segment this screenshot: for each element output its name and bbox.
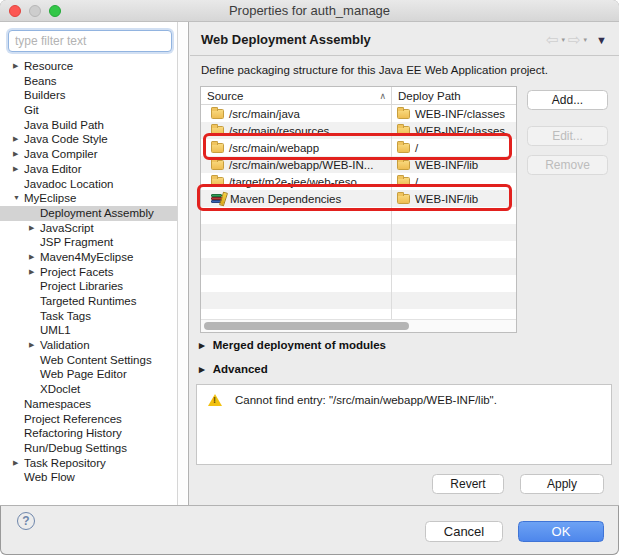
sidebar-item-project-libraries[interactable]: Project Libraries [0, 279, 178, 294]
view-menu-icon[interactable]: ▼ [596, 34, 607, 46]
source-cell[interactable]: /src/main/java [201, 105, 391, 122]
collapsed-arrow-icon[interactable]: ▶ [13, 59, 18, 74]
forward-dropdown-icon[interactable]: ▾ [584, 36, 588, 44]
collapsed-arrow-icon[interactable]: ▶ [29, 265, 34, 280]
sidebar-item-validation[interactable]: ▶Validation [0, 338, 178, 353]
sidebar-item-maven4myeclipse[interactable]: ▶Maven4MyEclipse [0, 250, 178, 265]
sidebar-item-java-editor[interactable]: ▶Java Editor [0, 162, 178, 177]
add-button[interactable]: Add... [527, 90, 608, 110]
page-title: Web Deployment Assembly [201, 32, 371, 47]
apply-button[interactable]: Apply [520, 474, 604, 494]
sidebar-item-refactoring-history[interactable]: Refactoring History [0, 426, 178, 441]
sidebar-item-label: JSP Fragment [40, 235, 113, 250]
horizontal-scrollbar[interactable] [201, 319, 516, 332]
column-header-source[interactable]: Source ∧ [201, 87, 391, 104]
chevron-right-icon: ▶ [199, 341, 205, 350]
empty-table-row [201, 224, 516, 241]
header-separator [190, 55, 619, 56]
sidebar-item-resource[interactable]: ▶Resource [0, 59, 178, 74]
sidebar-item-java-compiler[interactable]: ▶Java Compiler [0, 147, 178, 162]
empty-table-row [201, 241, 516, 258]
sidebar-item-label: Project Libraries [40, 279, 123, 294]
sidebar-item-label: Run/Debug Settings [24, 441, 127, 456]
sidebar-item-label: Web Content Settings [40, 353, 152, 368]
empty-table-row [201, 275, 516, 292]
sidebar-item-label: Git [24, 103, 39, 118]
collapsed-arrow-icon[interactable]: ▶ [13, 132, 18, 147]
ok-button[interactable]: OK [518, 521, 604, 542]
help-button[interactable]: ? [17, 512, 35, 530]
sidebar-item-java-build-path[interactable]: Java Build Path [0, 118, 178, 133]
source-value: /src/main/java [229, 108, 300, 120]
sidebar-item-label: Java Compiler [24, 147, 98, 162]
collapsed-arrow-icon[interactable]: ▶ [29, 221, 34, 236]
sidebar-item-label: JavaScript [40, 221, 94, 236]
sidebar-item-label: Web Flow [24, 470, 75, 485]
column-header-deploy-path[interactable]: Deploy Path [391, 87, 516, 104]
empty-table-row [201, 292, 516, 309]
sidebar-item-javadoc-location[interactable]: Javadoc Location [0, 177, 178, 192]
cancel-button[interactable]: Cancel [425, 521, 503, 542]
sidebar-item-builders[interactable]: Builders [0, 88, 178, 103]
edit-button: Edit... [527, 126, 608, 146]
expanded-arrow-icon[interactable]: ▼ [13, 191, 20, 206]
sidebar-item-beans[interactable]: Beans [0, 74, 178, 89]
sidebar-item-project-references[interactable]: Project References [0, 412, 178, 427]
remove-button: Remove [527, 155, 608, 175]
sidebar-item-xdoclet[interactable]: XDoclet [0, 382, 178, 397]
sidebar-item-label: Builders [24, 88, 66, 103]
sidebar-item-namespaces[interactable]: Namespaces [0, 397, 178, 412]
forward-arrow-icon[interactable]: ⇨ [568, 33, 581, 47]
filter-input[interactable] [8, 30, 172, 52]
section-merged-deployment[interactable]: ▶Merged deployment of modules [199, 339, 386, 351]
sidebar-item-targeted-runtimes[interactable]: Targeted Runtimes [0, 294, 178, 309]
sidebar-item-task-repository[interactable]: ▶Task Repository [0, 456, 178, 471]
sidebar-item-label: Java Editor [24, 162, 82, 177]
sidebar-item-label: Refactoring History [24, 426, 122, 441]
section-advanced[interactable]: ▶Advanced [199, 363, 268, 375]
revert-button[interactable]: Revert [432, 474, 504, 494]
sidebar-item-label: Java Build Path [24, 118, 104, 133]
empty-table-row [201, 258, 516, 275]
sidebar-item-project-facets[interactable]: ▶Project Facets [0, 265, 178, 280]
folder-icon [397, 109, 410, 119]
sidebar-item-git[interactable]: Git [0, 103, 178, 118]
sidebar-item-run-debug-settings[interactable]: Run/Debug Settings [0, 441, 178, 456]
sidebar-item-web-content-settings[interactable]: Web Content Settings [0, 353, 178, 368]
sidebar-item-label: Beans [24, 74, 57, 89]
chevron-right-icon: ▶ [199, 365, 205, 374]
description-text: Define packaging structure for this Java… [201, 64, 548, 76]
deploy-path-cell[interactable]: WEB-INF/classes [391, 105, 516, 122]
sidebar-item-web-flow[interactable]: Web Flow [0, 470, 178, 485]
sidebar-item-javascript[interactable]: ▶JavaScript [0, 221, 178, 236]
sidebar-item-label: Deployment Assembly [40, 206, 154, 221]
sidebar-item-label: Project Facets [40, 265, 114, 280]
sidebar-item-task-tags[interactable]: Task Tags [0, 309, 178, 324]
sidebar-item-label: Javadoc Location [24, 177, 114, 192]
table-row[interactable]: /src/main/javaWEB-INF/classes [201, 105, 516, 122]
collapsed-arrow-icon[interactable]: ▶ [13, 147, 18, 162]
sidebar-item-deployment-assembly[interactable]: Deployment Assembly [0, 206, 178, 221]
sidebar-item-uml1[interactable]: UML1 [0, 323, 178, 338]
collapsed-arrow-icon[interactable]: ▶ [29, 250, 34, 265]
highlight-box-webapp-row [203, 133, 512, 160]
sidebar-item-jsp-fragment[interactable]: JSP Fragment [0, 235, 178, 250]
back-arrow-icon[interactable]: ⇦ [546, 33, 559, 47]
highlight-box-maven-row [197, 184, 512, 211]
warning-panel: Cannot find entry: "/src/main/webapp/WEB… [196, 384, 612, 465]
collapsed-arrow-icon[interactable]: ▶ [29, 338, 34, 353]
nav-icons: ⇦ ▾ ⇨ ▾ ▼ [546, 33, 607, 47]
sidebar-item-label: Targeted Runtimes [40, 294, 137, 309]
sidebar-item-java-code-style[interactable]: ▶Java Code Style [0, 132, 178, 147]
scrollbar-thumb[interactable] [204, 322, 409, 330]
properties-dialog: Properties for auth_manage ▶ResourceBean… [0, 0, 619, 555]
sidebar-scrollbar[interactable] [177, 22, 187, 505]
collapsed-arrow-icon[interactable]: ▶ [13, 456, 18, 471]
warning-icon [208, 394, 222, 406]
sidebar-item-label: Task Repository [24, 456, 106, 471]
back-dropdown-icon[interactable]: ▾ [562, 36, 566, 44]
sidebar-item-label: Validation [40, 338, 90, 353]
sidebar-item-web-page-editor[interactable]: Web Page Editor [0, 367, 178, 382]
sidebar-item-myeclipse[interactable]: ▼MyEclipse [0, 191, 178, 206]
collapsed-arrow-icon[interactable]: ▶ [13, 162, 18, 177]
